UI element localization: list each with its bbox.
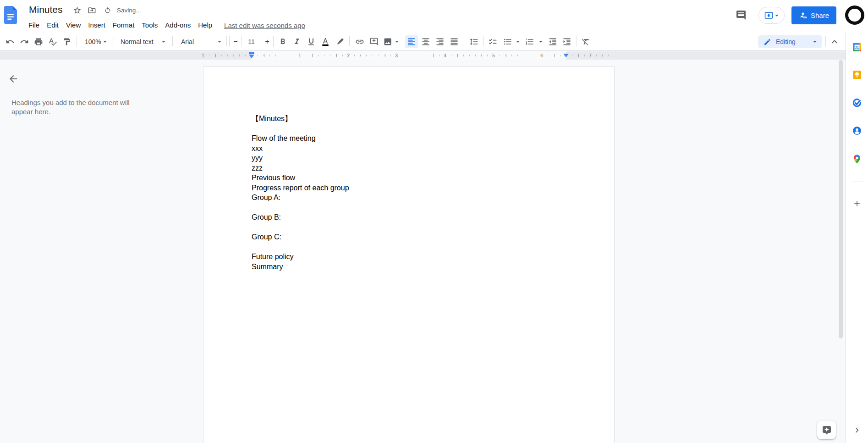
doc-line[interactable] xyxy=(252,222,349,233)
menu-edit[interactable]: Edit xyxy=(43,19,62,31)
hide-menus-button[interactable] xyxy=(828,35,841,48)
paragraph-style-caret-icon xyxy=(162,41,165,43)
present-button[interactable] xyxy=(758,7,785,24)
print-button[interactable] xyxy=(32,35,45,48)
tasks-button[interactable] xyxy=(852,98,862,108)
align-justify-button[interactable] xyxy=(448,35,461,48)
menu-tools[interactable]: Tools xyxy=(138,19,161,31)
vertical-scrollbar[interactable] xyxy=(839,60,843,338)
spellcheck-button[interactable] xyxy=(46,35,59,48)
sync-icon xyxy=(104,7,111,16)
star-button[interactable] xyxy=(73,6,82,17)
image-dropdown-caret[interactable] xyxy=(395,41,399,43)
doc-line[interactable]: Future policy xyxy=(252,252,349,262)
line-spacing-button[interactable] xyxy=(467,35,480,48)
editing-mode-label: Editing xyxy=(776,38,808,45)
menu-addons[interactable]: Add-ons xyxy=(161,19,194,31)
doc-line[interactable]: Summary xyxy=(252,262,349,272)
align-right-button[interactable] xyxy=(434,35,446,48)
toolbar-divider xyxy=(464,36,464,46)
doc-line[interactable]: xxx xyxy=(252,144,349,154)
undo-button[interactable] xyxy=(4,35,16,48)
redo-button[interactable] xyxy=(18,35,31,48)
insert-link-button[interactable] xyxy=(353,35,366,48)
print-icon xyxy=(34,37,43,46)
checklist-icon xyxy=(488,37,497,46)
doc-line[interactable] xyxy=(252,242,349,252)
doc-line[interactable]: Group C: xyxy=(252,232,349,242)
decrease-indent-button[interactable] xyxy=(546,35,559,48)
numbered-list-caret[interactable] xyxy=(539,41,543,43)
bulleted-list-caret[interactable] xyxy=(516,41,520,43)
back-arrow-icon xyxy=(8,73,19,84)
last-edit-link[interactable]: Last edit was seconds ago xyxy=(224,22,305,29)
doc-line[interactable]: yyy xyxy=(252,153,349,163)
first-line-indent-marker[interactable] xyxy=(249,52,254,54)
zoom-select[interactable]: 100% xyxy=(82,35,110,48)
underline-button[interactable] xyxy=(305,35,318,48)
doc-line[interactable]: Progress report of each group xyxy=(252,183,349,193)
paragraph-style-select[interactable]: Normal text xyxy=(117,35,169,48)
menu-format[interactable]: Format xyxy=(109,19,138,31)
toolbar-divider xyxy=(349,36,350,46)
ruler[interactable]: 1 1 2 3 4 5 6 7 xyxy=(0,51,846,60)
hide-side-panel-button[interactable] xyxy=(852,425,862,435)
keep-button[interactable] xyxy=(852,70,862,80)
close-outline-button[interactable] xyxy=(8,73,19,86)
checklist-button[interactable] xyxy=(486,35,499,48)
paint-format-button[interactable] xyxy=(60,35,73,48)
menu-view[interactable]: View xyxy=(62,19,84,31)
clear-formatting-button[interactable] xyxy=(579,35,592,48)
contacts-button[interactable] xyxy=(852,126,862,136)
increase-indent-button[interactable] xyxy=(560,35,573,48)
highlight-color-button[interactable] xyxy=(334,35,346,48)
insert-image-button[interactable] xyxy=(381,35,394,48)
comments-button[interactable] xyxy=(736,10,747,22)
font-size-value[interactable]: 11 xyxy=(242,36,261,47)
highlight-color-icon xyxy=(335,37,345,46)
editing-mode-button[interactable]: Editing xyxy=(758,35,822,48)
bulleted-list-button[interactable] xyxy=(501,35,514,48)
font-select[interactable]: Arial xyxy=(178,35,225,48)
doc-line[interactable]: 【Minutes】 xyxy=(252,114,349,124)
move-folder-button[interactable] xyxy=(88,6,96,17)
document-page[interactable]: 【Minutes】 Flow of the meeting xxx yyy zz… xyxy=(203,66,615,443)
menu-file[interactable]: File xyxy=(25,19,43,31)
doc-line[interactable]: Previous flow xyxy=(252,173,349,183)
maps-button[interactable] xyxy=(852,154,862,164)
doc-line[interactable]: zzz xyxy=(252,163,349,173)
bold-button[interactable] xyxy=(276,35,289,48)
calendar-button[interactable]: 31 xyxy=(852,42,862,52)
toolbar: 100% Normal text Arial − 11 + xyxy=(0,32,846,51)
right-indent-marker[interactable] xyxy=(563,54,569,57)
increase-font-size-button[interactable]: + xyxy=(261,36,273,47)
image-icon xyxy=(383,37,392,46)
menu-help[interactable]: Help xyxy=(194,19,216,31)
avatar[interactable] xyxy=(845,6,864,25)
left-indent-marker[interactable] xyxy=(249,55,254,58)
italic-button[interactable] xyxy=(291,35,303,48)
docs-logo-icon[interactable] xyxy=(4,6,17,24)
align-left-button[interactable] xyxy=(405,35,418,48)
text-color-button[interactable] xyxy=(319,35,332,48)
numbered-list-button[interactable] xyxy=(523,35,536,48)
doc-line[interactable] xyxy=(252,203,349,213)
share-button[interactable]: Share xyxy=(791,6,836,24)
google-docs-app: Minutes Saving... File Edit View Insert … xyxy=(0,0,868,443)
document-text[interactable]: 【Minutes】 Flow of the meeting xxx yyy zz… xyxy=(252,114,349,271)
menu-insert[interactable]: Insert xyxy=(84,19,109,31)
doc-line[interactable]: Group B: xyxy=(252,212,349,222)
add-addon-button[interactable] xyxy=(852,199,863,209)
doc-line[interactable]: Group A: xyxy=(252,193,349,203)
doc-line[interactable] xyxy=(252,124,349,134)
editing-mode-caret xyxy=(813,41,817,43)
align-center-button[interactable] xyxy=(419,35,432,48)
plus-icon xyxy=(852,199,862,208)
document-title[interactable]: Minutes xyxy=(29,4,63,15)
decrease-font-size-button[interactable]: − xyxy=(230,36,242,47)
undo-icon xyxy=(5,37,15,46)
doc-line[interactable]: Flow of the meeting xyxy=(252,133,349,144)
google-keep-icon xyxy=(852,70,862,80)
add-comment-button[interactable] xyxy=(368,35,380,48)
explore-button[interactable] xyxy=(817,421,836,439)
